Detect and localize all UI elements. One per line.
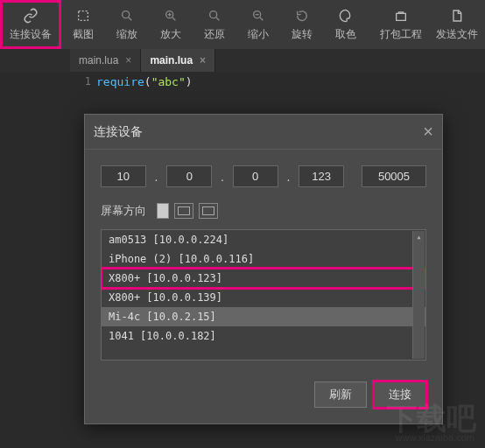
toolbar-label: 还原: [204, 27, 225, 42]
toolbar-label: 放大: [160, 27, 181, 42]
toolbar-label: 缩放: [116, 27, 137, 42]
orientation-landscape-left-icon[interactable]: [174, 203, 193, 219]
toolbar-screenshot[interactable]: 截图: [61, 0, 105, 49]
toolbar-label: 打包工程: [380, 27, 422, 42]
orientation-portrait-icon[interactable]: [157, 203, 169, 219]
tab-main-lua-1[interactable]: main.lua ×: [70, 49, 141, 72]
main-toolbar: 连接设备 截图 缩放 放大 还原 缩小 旋转 取色 打包工程 发送文件: [0, 0, 485, 49]
device-list[interactable]: am0513 [10.0.0.224] iPhone (2) [10.0.0.1…: [101, 229, 426, 360]
reset-icon: [207, 8, 222, 24]
device-item[interactable]: 1041 [10.0.0.182]: [102, 326, 425, 346]
tab-label: main.lua: [150, 54, 193, 66]
port-input[interactable]: 50005: [362, 165, 426, 187]
toolbar-package[interactable]: 打包工程: [373, 0, 429, 49]
watermark-url: www.xiazaiba.com: [396, 432, 474, 443]
toolbar-reset[interactable]: 还原: [193, 0, 236, 49]
svg-rect-0: [79, 10, 88, 20]
orientation-landscape-right-icon[interactable]: [199, 203, 218, 219]
toolbar-rotate[interactable]: 旋转: [280, 0, 324, 49]
link-icon: [23, 8, 39, 24]
ip-octet-1[interactable]: 10: [101, 165, 146, 187]
toolbar-zoom-out[interactable]: 缩小: [236, 0, 280, 49]
tab-label: main.lua: [79, 54, 118, 66]
svg-line-8: [216, 18, 219, 20]
toolbar-zoom-in[interactable]: 放大: [149, 0, 193, 49]
toolbar-label: 缩小: [248, 27, 269, 42]
ip-octet-4[interactable]: 123: [299, 165, 344, 187]
tab-main-lua-2[interactable]: main.lua ×: [141, 49, 215, 72]
close-icon[interactable]: ×: [423, 122, 433, 142]
toolbar-zoom[interactable]: 缩放: [105, 0, 149, 49]
orientation-row: 屏幕方向: [101, 203, 426, 219]
ip-octet-2[interactable]: 0: [166, 165, 212, 187]
toolbar-send-file[interactable]: 发送文件: [429, 0, 485, 49]
toolbar-label: 连接设备: [10, 27, 52, 42]
send-file-icon: [449, 8, 465, 24]
code-line: require("abc"): [96, 72, 193, 88]
svg-line-10: [260, 18, 263, 20]
toolbar-color-picker[interactable]: 取色: [324, 0, 368, 49]
svg-point-7: [210, 10, 217, 18]
close-icon[interactable]: ×: [200, 54, 206, 66]
device-item[interactable]: Mi-4c [10.0.2.15]: [102, 307, 425, 326]
toolbar-label: 旋转: [292, 27, 313, 42]
zoom-out-icon: [250, 8, 266, 24]
close-icon[interactable]: ×: [125, 54, 131, 66]
zoom-in-icon: [163, 8, 179, 24]
package-icon: [393, 8, 409, 24]
ip-octet-3[interactable]: 0: [233, 165, 278, 187]
device-item-selected[interactable]: X800+ [10.0.0.123]: [102, 269, 425, 288]
toolbar-label: 截图: [73, 27, 94, 42]
ip-input-row: 10 . 0 . 0 . 123 50005: [101, 165, 426, 187]
code-keyword: require: [96, 75, 144, 88]
code-string: "abc": [151, 75, 186, 88]
svg-line-4: [172, 18, 175, 20]
toolbar-connect-device[interactable]: 连接设备: [0, 0, 61, 49]
code-editor[interactable]: 1 require("abc"): [0, 72, 485, 88]
editor-tabs: main.lua × main.lua ×: [0, 49, 485, 72]
device-item[interactable]: iPhone (2) [10.0.0.116]: [102, 249, 425, 269]
dialog-footer: 刷新 连接: [85, 369, 442, 424]
toolbar-label: 取色: [335, 27, 356, 42]
svg-line-2: [129, 18, 131, 20]
scrollbar-vertical[interactable]: ▴: [412, 231, 425, 359]
refresh-button[interactable]: 刷新: [314, 382, 367, 408]
dialog-title-text: 连接设备: [94, 124, 143, 140]
device-item[interactable]: am0513 [10.0.0.224]: [102, 230, 425, 249]
scroll-up-icon[interactable]: ▴: [413, 231, 425, 243]
orientation-label: 屏幕方向: [101, 203, 146, 219]
zoom-icon: [119, 8, 135, 24]
connect-button[interactable]: 连接: [374, 382, 426, 408]
line-number: 1: [70, 72, 96, 88]
svg-point-1: [123, 10, 130, 18]
crop-icon: [75, 8, 91, 24]
device-item[interactable]: X800+ [10.0.0.139]: [102, 288, 425, 307]
dialog-titlebar: 连接设备 ×: [85, 115, 442, 150]
connect-device-dialog: 连接设备 × 10 . 0 . 0 . 123 50005 屏幕方向 am051…: [84, 114, 443, 424]
toolbar-label: 发送文件: [436, 27, 478, 42]
palette-icon: [338, 8, 354, 24]
rotate-icon: [294, 8, 310, 24]
